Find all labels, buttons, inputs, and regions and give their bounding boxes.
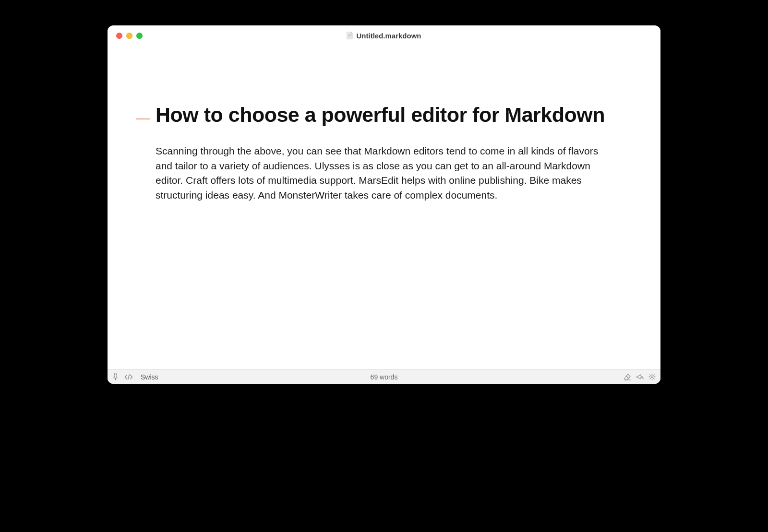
editor-content[interactable]: — How to choose a powerful editor for Ma… [108,46,660,369]
fullscreen-button[interactable] [136,33,143,39]
status-center: 69 words [108,373,660,381]
document-paragraph[interactable]: Scanning through the above, you can see … [156,144,616,202]
heading-marker-icon: — [131,103,156,126]
svg-point-6 [651,376,653,378]
gear-icon[interactable] [648,373,656,380]
eraser-icon[interactable] [624,374,631,380]
traffic-lights [116,33,143,39]
window-title: Untitled.markdown [356,32,421,40]
svg-line-12 [654,378,654,379]
svg-line-14 [654,375,654,375]
document-icon [347,32,353,39]
svg-line-3 [128,375,130,379]
code-icon[interactable] [124,374,133,380]
theme-selector[interactable]: Swiss [141,373,158,381]
heading-block: — How to choose a powerful editor for Ma… [131,103,617,127]
share-icon[interactable] [636,374,644,380]
paragraph-gutter [131,144,156,202]
svg-line-13 [650,378,650,379]
pin-icon[interactable] [112,373,119,380]
minimize-button[interactable] [126,33,132,39]
close-button[interactable] [116,33,122,39]
titlebar[interactable]: Untitled.markdown [108,25,660,46]
status-right [624,373,656,380]
svg-line-4 [626,376,629,378]
status-left: Swiss [112,373,158,381]
paragraph-block: Scanning through the above, you can see … [131,144,617,202]
editor-window: Untitled.markdown — How to choose a powe… [108,25,660,384]
statusbar: Swiss 69 words [108,369,660,384]
title-center: Untitled.markdown [108,32,660,40]
word-count[interactable]: 69 words [371,373,398,381]
svg-line-11 [650,375,650,375]
document-heading[interactable]: How to choose a powerful editor for Mark… [156,103,605,127]
